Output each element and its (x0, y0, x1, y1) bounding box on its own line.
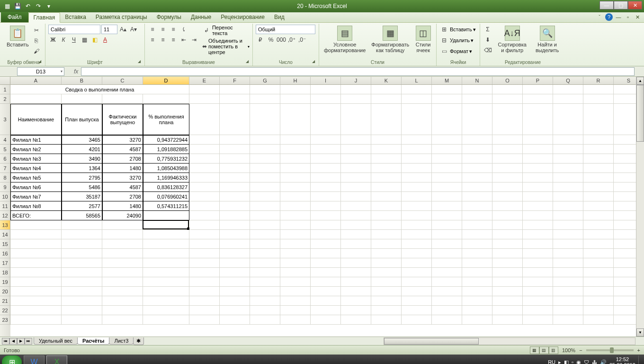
cell[interactable] (10, 249, 62, 258)
prev-sheet-icon[interactable]: ◀ (9, 338, 17, 345)
cell[interactable]: 0,943722944 (143, 135, 189, 145)
cell[interactable] (492, 268, 523, 277)
tab-formulas[interactable]: Формулы (152, 12, 186, 22)
find-select-button[interactable]: 🔍Найти и выделить (532, 25, 563, 55)
cell[interactable] (553, 164, 583, 173)
cell[interactable] (250, 230, 280, 239)
cell[interactable] (220, 277, 250, 287)
cell[interactable] (341, 85, 371, 94)
cell[interactable] (492, 94, 523, 104)
col-header[interactable]: H (280, 77, 311, 84)
cell[interactable] (220, 211, 250, 220)
cell[interactable]: 2795 (62, 173, 102, 182)
page-break-view-icon[interactable]: ▥ (549, 346, 558, 354)
cell[interactable] (189, 230, 220, 239)
row-header[interactable]: 21 (0, 296, 10, 306)
cell[interactable] (220, 287, 250, 296)
sheet-tab[interactable]: Лист3 (109, 337, 134, 345)
cell[interactable]: 4201 (62, 145, 102, 154)
cell[interactable] (10, 306, 62, 315)
cell[interactable] (553, 94, 583, 104)
cell[interactable] (583, 239, 614, 249)
align-center-icon[interactable]: ≡ (158, 35, 168, 45)
col-header[interactable]: J (341, 77, 371, 84)
cell[interactable] (462, 315, 492, 325)
cell[interactable] (220, 192, 250, 201)
cell[interactable] (341, 182, 371, 192)
vertical-scrollbar[interactable]: ▲ ▼ (636, 77, 644, 337)
col-header[interactable]: D (143, 77, 189, 84)
cell[interactable] (250, 211, 280, 220)
cell[interactable] (462, 268, 492, 277)
cell[interactable] (280, 306, 311, 315)
format-painter-icon[interactable]: 🖌 (32, 46, 41, 56)
cell[interactable] (10, 315, 62, 325)
cell[interactable] (250, 239, 280, 249)
cell[interactable] (341, 154, 371, 164)
cell[interactable] (402, 249, 432, 258)
zoom-slider[interactable] (586, 349, 634, 351)
cell[interactable] (311, 277, 341, 287)
cell[interactable] (492, 258, 523, 268)
tray-clock[interactable]: 12:52 05.03.2012 (609, 356, 635, 364)
cell[interactable] (432, 296, 462, 306)
cell[interactable] (432, 94, 462, 104)
cell[interactable] (462, 145, 492, 154)
cell[interactable] (189, 315, 220, 325)
cell[interactable] (189, 268, 220, 277)
cell[interactable] (220, 154, 250, 164)
cell[interactable] (280, 258, 311, 268)
cell[interactable] (250, 315, 280, 325)
row-header[interactable]: 9 (0, 182, 10, 192)
cell[interactable] (523, 85, 553, 94)
cell[interactable] (553, 85, 583, 94)
cell[interactable] (143, 239, 189, 249)
cell[interactable]: 2708 (102, 154, 143, 164)
cell[interactable] (523, 192, 553, 201)
cell[interactable] (583, 211, 614, 220)
vscroll-thumb[interactable] (636, 85, 644, 142)
cell[interactable] (492, 145, 523, 154)
help-icon[interactable]: ? (605, 13, 613, 21)
clear-icon[interactable]: ⌫ (483, 46, 492, 55)
cell[interactable] (341, 277, 371, 287)
col-header[interactable]: A (10, 77, 62, 84)
name-box[interactable]: D13 (17, 67, 64, 76)
undo-icon[interactable]: ↶ (24, 2, 32, 10)
cell[interactable] (402, 230, 432, 239)
cell[interactable] (432, 211, 462, 220)
cell[interactable] (462, 211, 492, 220)
cell[interactable] (280, 145, 311, 154)
cell[interactable] (250, 277, 280, 287)
cell[interactable] (280, 268, 311, 277)
cell[interactable] (189, 239, 220, 249)
cell[interactable] (371, 85, 402, 94)
cell[interactable] (341, 315, 371, 325)
cell[interactable] (523, 135, 553, 145)
cell[interactable] (432, 192, 462, 201)
cell[interactable] (102, 268, 143, 277)
cell[interactable] (402, 220, 432, 230)
horizontal-scrollbar[interactable] (384, 337, 635, 345)
cell[interactable] (220, 220, 250, 230)
cell[interactable] (492, 296, 523, 306)
col-header[interactable]: Q (553, 77, 583, 84)
cell[interactable] (492, 230, 523, 239)
cell[interactable] (432, 306, 462, 315)
cell[interactable] (341, 296, 371, 306)
cell[interactable] (341, 306, 371, 315)
cell[interactable] (311, 287, 341, 296)
cell[interactable] (220, 249, 250, 258)
orientation-icon[interactable]: ⤹ (179, 25, 188, 34)
cell[interactable] (250, 258, 280, 268)
cell[interactable] (371, 135, 402, 145)
cell[interactable] (462, 192, 492, 201)
cell[interactable]: 58565 (62, 211, 102, 220)
cell[interactable] (102, 296, 143, 306)
cell[interactable] (102, 230, 143, 239)
tab-page-layout[interactable]: Разметка страницы (91, 12, 152, 22)
cell[interactable] (311, 145, 341, 154)
cell[interactable] (10, 258, 62, 268)
cell[interactable] (143, 211, 189, 220)
cell[interactable] (62, 306, 102, 315)
